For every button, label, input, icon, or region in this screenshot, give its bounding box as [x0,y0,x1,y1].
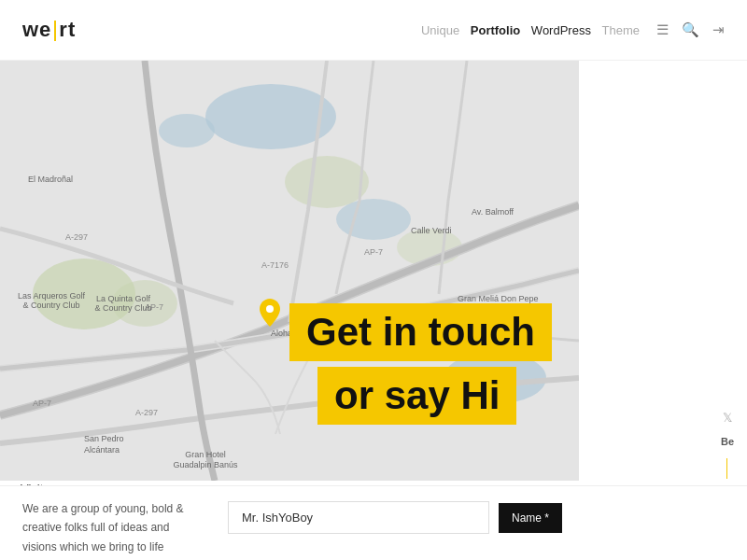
svg-text:AP-7: AP-7 [33,399,51,408]
header: wert Unique Portfolio WordPress Theme ☰ … [0,0,747,61]
svg-text:Guadalpin Banús: Guadalpin Banús [173,460,238,469]
header-icons: ☰ 🔍 ⇥ [656,21,725,38]
logo-we: we [22,18,51,42]
svg-text:Las Arqueros Golf: Las Arqueros Golf [18,291,86,301]
svg-text:& Country Club: & Country Club [22,301,79,310]
svg-text:Alcántara: Alcántara [84,445,120,455]
svg-point-2 [159,114,215,147]
expand-icon[interactable]: ⇥ [712,21,725,38]
svg-text:A-7176: A-7176 [261,260,289,270]
map-container: AP-7 A-7176 AP-7 AP-7 A-297 AP-7 A-7176 … [0,61,579,481]
map-overlay-text: Get in touch or say Hi [289,303,579,425]
svg-point-32 [266,305,274,313]
logo[interactable]: wert [22,18,76,42]
contact-form: Name * [228,501,725,534]
svg-text:A-297: A-297 [65,232,88,242]
svg-text:El Madroñal: El Madroñal [28,175,73,184]
svg-text:Gran Hotel: Gran Hotel [185,450,226,459]
nav-wordpress: WordPress [531,23,591,37]
behance-icon[interactable]: Be [721,436,734,447]
svg-point-3 [336,199,411,240]
headline-line2: or say Hi [317,367,516,425]
nav-portfolio: Portfolio [471,23,520,37]
svg-text:A-297: A-297 [135,408,158,417]
logo-rt: rt [59,18,76,42]
svg-text:Gran Meliá Don Pepe: Gran Meliá Don Pepe [458,294,539,303]
twitter-icon[interactable]: 𝕏 [723,411,732,425]
svg-text:Calle Verdi: Calle Verdi [411,226,452,235]
header-right: Unique Portfolio WordPress Theme ☰ 🔍 ⇥ [421,21,725,38]
svg-text:AP-7: AP-7 [364,247,383,257]
name-input[interactable] [228,501,489,534]
logo-divider [54,21,56,41]
nav-theme: Theme [602,23,640,37]
svg-text:Av. Balmoff: Av. Balmoff [472,207,514,217]
svg-point-7 [285,156,369,208]
bottom-area: We are a group of young, bold & creative… [0,485,747,560]
headline-line1: Get in touch [289,303,552,361]
about-text: We are a group of young, bold & creative… [22,499,190,556]
nav-unique: Unique [421,23,459,37]
svg-text:San Pedro: San Pedro [84,434,124,443]
svg-text:La Quinta Golf: La Quinta Golf [96,294,151,303]
svg-text:& Country Club: & Country Club [94,303,151,313]
menu-list-icon[interactable]: ☰ [656,21,669,38]
search-icon[interactable]: 🔍 [682,21,699,38]
sidebar-divider [726,458,727,479]
name-label: Name * [499,503,562,533]
header-nav: Unique Portfolio WordPress Theme [421,23,640,37]
